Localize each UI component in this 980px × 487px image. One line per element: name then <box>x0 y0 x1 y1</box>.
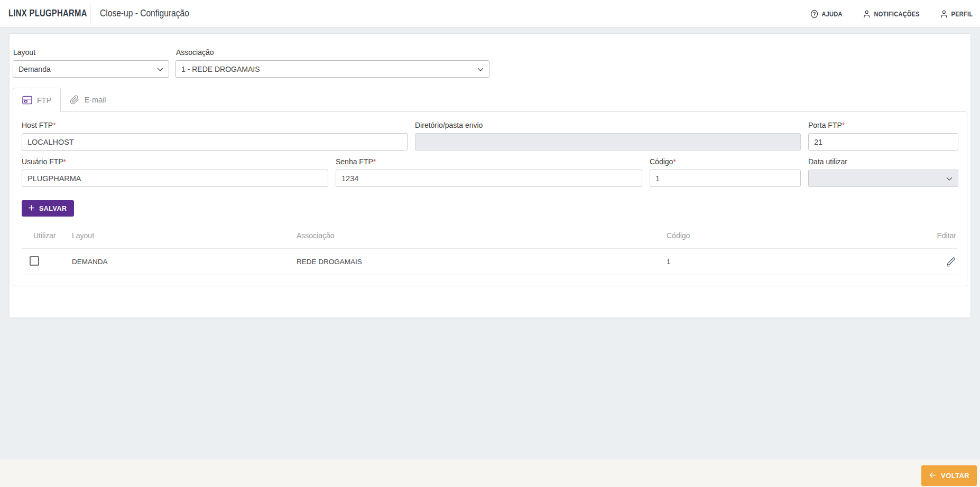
app-header: LINX PLUGPHARMA Close-up - Configuração … <box>0 0 980 27</box>
associacao-select[interactable]: 1 - REDE DROGAMAIS <box>175 60 489 78</box>
tab-email-label: E-mail <box>84 96 106 104</box>
required-marker: * <box>53 121 56 129</box>
row-layout-cell: DEMANDA <box>72 258 297 266</box>
required-marker: * <box>673 157 676 166</box>
help-menu-item[interactable]: AJUDA <box>810 10 842 18</box>
footer-bar: VOLTAR <box>0 460 980 487</box>
table-row: DEMANDA REDE DROGAMAIS 1 <box>22 248 958 275</box>
notifications-label: NOTIFICAÇÕES <box>874 10 920 18</box>
codigo-input[interactable] <box>650 170 801 187</box>
form-row-1: Host FTP* Diretório/pasta envio Porta FT… <box>22 121 958 151</box>
profile-label: PERFIL <box>951 10 973 18</box>
help-circle-icon <box>810 10 818 18</box>
edit-pencil-icon[interactable] <box>946 257 956 267</box>
required-marker: * <box>373 157 376 166</box>
associacao-select-label: Associação <box>176 48 489 57</box>
col-header-associacao: Associação <box>297 231 667 240</box>
col-header-editar: Editar <box>929 231 958 240</box>
header-divider <box>90 3 90 24</box>
usuario-ftp-input[interactable] <box>22 170 328 187</box>
chevron-down-icon <box>477 65 484 73</box>
chevron-down-icon <box>157 65 163 73</box>
col-header-layout: Layout <box>72 231 297 240</box>
tab-email[interactable]: E-mail <box>61 88 115 112</box>
layouts-table: Utilizar Layout Associação Código Editar… <box>22 231 958 275</box>
porta-ftp-label: Porta FTP* <box>808 121 958 129</box>
row-codigo-cell: 1 <box>667 258 929 266</box>
paperclip-icon <box>70 95 79 105</box>
form-row-2: Usuário FTP* Senha FTP* Código* Data uti… <box>22 157 958 187</box>
arrow-left-icon <box>929 472 937 480</box>
brand-logo: LINX PLUGPHARMA <box>8 7 87 19</box>
host-ftp-label: Host FTP* <box>22 121 408 129</box>
chevron-down-icon <box>946 174 953 183</box>
diretorio-label: Diretório/pasta envio <box>415 121 801 129</box>
layout-select-label: Layout <box>13 48 169 57</box>
required-marker: * <box>842 121 845 129</box>
profile-menu-item[interactable]: PERFIL <box>940 10 973 18</box>
diretorio-input <box>415 133 801 151</box>
col-header-codigo: Código <box>667 231 929 240</box>
ftp-tab-panel: Host FTP* Diretório/pasta envio Porta FT… <box>13 111 967 286</box>
header-nav: AJUDA NOTIFICAÇÕES PERFIL <box>810 0 973 27</box>
host-ftp-input[interactable] <box>22 133 408 151</box>
data-utilizar-select <box>808 170 958 187</box>
layout-select-value: Demanda <box>19 65 51 73</box>
associacao-select-value: 1 - REDE DROGAMAIS <box>181 65 260 73</box>
voltar-button[interactable]: VOLTAR <box>921 465 977 486</box>
filters-row: Layout Demanda Associação 1 - REDE DROGA… <box>13 48 967 78</box>
salvar-button[interactable]: SALVAR <box>22 200 74 217</box>
notifications-menu-item[interactable]: NOTIFICAÇÕES <box>863 10 920 18</box>
porta-ftp-input[interactable] <box>808 133 958 151</box>
senha-ftp-label: Senha FTP* <box>336 157 642 166</box>
salvar-button-label: SALVAR <box>39 205 67 212</box>
person-icon <box>863 10 870 18</box>
tab-ftp[interactable]: FTP <box>13 88 61 112</box>
person-icon <box>940 10 947 18</box>
col-header-utilizar: Utilizar <box>22 231 72 240</box>
codigo-label: Código* <box>650 157 801 166</box>
tab-bar: FTP E-mail <box>13 88 967 112</box>
tab-ftp-label: FTP <box>37 96 51 105</box>
voltar-button-label: VOLTAR <box>941 472 969 480</box>
config-card: Layout Demanda Associação 1 - REDE DROGA… <box>10 34 970 317</box>
server-icon <box>22 96 32 105</box>
help-label: AJUDA <box>821 10 842 18</box>
utilizar-checkbox[interactable] <box>30 256 39 266</box>
usuario-ftp-label: Usuário FTP* <box>22 157 328 166</box>
page-title: Close-up - Configuração <box>100 7 189 19</box>
layout-select[interactable]: Demanda <box>13 60 169 78</box>
table-header-row: Utilizar Layout Associação Código Editar <box>22 231 958 248</box>
data-utilizar-label: Data utilizar <box>808 157 958 166</box>
row-associacao-cell: REDE DROGAMAIS <box>297 258 667 266</box>
senha-ftp-input[interactable] <box>336 170 642 187</box>
plus-icon <box>29 205 34 212</box>
required-marker: * <box>63 157 66 166</box>
